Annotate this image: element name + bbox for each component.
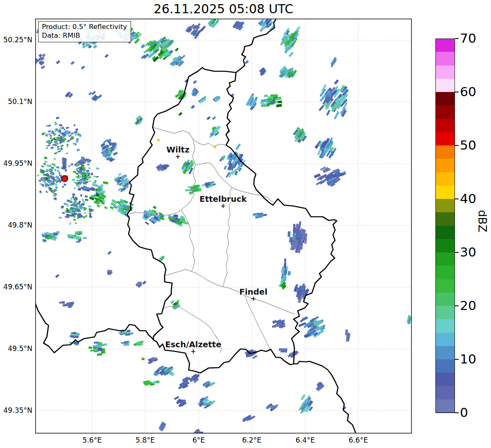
echo-bin	[44, 232, 48, 235]
colorbar-segment	[435, 346, 455, 360]
x-tick-label: 5.8°E	[126, 436, 164, 444]
colorbar-segment	[435, 306, 455, 320]
echo-bin	[78, 180, 81, 182]
echo-bin	[75, 231, 79, 234]
colorbar-tick-mark	[455, 252, 459, 253]
y-tick-label: 50.25°N	[0, 36, 32, 44]
inset-data-line: Data: RMIB	[42, 31, 127, 40]
echo-bin	[258, 214, 264, 216]
echo-bin	[91, 173, 93, 175]
colorbar-tick-mark	[455, 359, 459, 360]
echo-bin	[108, 273, 111, 275]
echo-bin	[95, 180, 97, 182]
colorbar-segment	[435, 212, 455, 226]
colorbar-segment	[435, 359, 455, 373]
echo-bin-strong	[157, 139, 160, 141]
echo-bin	[86, 170, 90, 172]
echo-bin	[88, 346, 92, 349]
y-tick-label: 50.1°N	[0, 97, 32, 106]
colorbar-segment	[435, 105, 455, 119]
echo-bin	[68, 305, 72, 308]
echo-bin	[107, 270, 112, 272]
x-tick-label: 6.4°E	[287, 436, 324, 444]
colorbar-segment	[435, 92, 455, 106]
inset-product-line: Product: 0.5° Reflectivity	[42, 22, 127, 31]
echo-bin	[270, 94, 278, 97]
y-tick-label: 49.95°N	[0, 159, 32, 167]
colorbar-tick-label: 0	[460, 405, 468, 420]
colorbar-segment	[435, 333, 455, 346]
echo-bin	[88, 167, 91, 169]
echo-bin	[76, 236, 79, 239]
echo-bin	[127, 330, 130, 332]
echo-bin	[82, 167, 85, 169]
echo-bin	[63, 158, 65, 162]
colorbar-segment	[435, 119, 455, 133]
echo-bin	[74, 164, 76, 165]
echo-bin	[98, 348, 102, 351]
echo-bin	[96, 167, 99, 170]
colorbar-segment	[435, 132, 455, 146]
echo-bin	[70, 198, 72, 200]
echo-bin	[89, 181, 91, 182]
colorbar-tick-label: 60	[460, 84, 476, 99]
colorbar-unit-label: dBZ	[476, 203, 489, 240]
echo-bin	[90, 209, 93, 211]
colorbar-segment	[435, 52, 455, 65]
figure-title: 26.11.2025 05:08 UTC	[35, 2, 412, 16]
echo-bin	[278, 101, 282, 103]
echo-bin	[72, 179, 75, 181]
colorbar-tick-label: 40	[460, 191, 476, 206]
echo-bin	[49, 233, 52, 235]
x-tick-label: 6.6°E	[340, 436, 377, 444]
echo-bin	[88, 173, 90, 174]
echo-bin	[70, 201, 73, 203]
colorbar-tick-mark	[455, 412, 459, 413]
echo-bin	[81, 187, 84, 189]
city-label: Esch/Alzette	[165, 340, 221, 349]
echo-bin	[66, 303, 70, 305]
city-label: Ettelbruck	[199, 194, 247, 204]
echo-bin	[76, 241, 80, 242]
colorbar-segment	[435, 386, 455, 400]
echo-bin	[88, 177, 91, 178]
city-label: Wiltz	[166, 145, 190, 155]
city-label: Findel	[239, 287, 267, 297]
echo-bin	[76, 207, 78, 209]
echo-bin	[83, 173, 86, 174]
colorbar-tick-mark	[455, 199, 459, 199]
echo-bin	[73, 187, 75, 189]
echo-bin	[264, 94, 268, 97]
colorbar-segment	[435, 279, 455, 293]
echo-bin	[82, 199, 84, 201]
colorbar-segment	[435, 400, 455, 413]
colorbar-tick-label: 30	[460, 245, 476, 259]
radar-site-layer	[62, 176, 68, 182]
y-tick-label: 49.35°N	[0, 406, 32, 414]
colorbar-tick-mark	[455, 38, 459, 39]
colorbar-segment	[435, 159, 455, 172]
echo-bin	[84, 177, 86, 179]
colorbar-segment	[435, 145, 455, 159]
map-plot: WiltzEttelbruckFindelEsch/Alzette	[35, 19, 412, 433]
colorbar-segment	[435, 239, 455, 253]
colorbar-segment	[435, 186, 455, 199]
echo-bin	[68, 165, 70, 167]
echo-bin	[78, 171, 81, 173]
colorbar-tick-label: 10	[460, 351, 476, 366]
echo-bin	[97, 343, 102, 345]
echo-bin	[79, 175, 82, 177]
echo-bin	[80, 167, 82, 170]
x-tick-label: 6°E	[180, 436, 217, 444]
echo-bin	[71, 163, 73, 166]
y-tick-label: 49.8°N	[0, 221, 32, 229]
colorbar-tick-label: 70	[460, 31, 476, 46]
echo-bin	[75, 182, 78, 184]
echo-bin	[78, 184, 80, 185]
x-tick-label: 5.6°E	[73, 436, 111, 444]
colorbar-segment	[435, 319, 455, 333]
echo-bin	[83, 216, 85, 218]
echo-bin	[121, 342, 124, 344]
colorbar	[435, 39, 455, 413]
echo-bin	[65, 169, 67, 172]
